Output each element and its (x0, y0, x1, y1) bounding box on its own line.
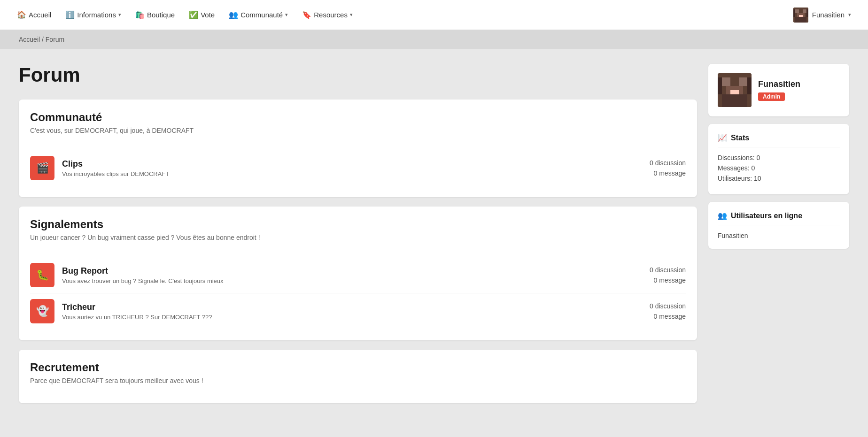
bug-info: Bug Report Vous avez trouver un bug ? Si… (62, 266, 642, 284)
svg-rect-10 (739, 77, 747, 86)
clips-name: Clips (62, 159, 642, 169)
clips-info: Clips Vos incroyables clips sur DEMOCRAF… (62, 159, 642, 177)
stats-label: Stats (731, 134, 749, 142)
stats-messages: Messages: 0 (718, 164, 840, 172)
tricheur-stats: 0 discussion 0 message (650, 301, 686, 322)
profile-name: Funasitien (758, 79, 800, 89)
resources-icon: 🔖 (302, 10, 311, 19)
stats-utilisateurs-value: 10 (754, 175, 761, 182)
info-icon: ℹ️ (65, 10, 75, 19)
nav-resources[interactable]: 🔖 Resources ▾ (296, 7, 358, 23)
admin-badge: Admin (758, 92, 785, 101)
sidebar-stats-card: 📈 Stats Discussions: 0 Messages: 0 Utili… (708, 124, 849, 194)
section-signalements-title: Signalements (30, 218, 686, 231)
stats-utilisateurs-label: Utilisateurs: (718, 175, 752, 182)
chevron-down-icon-3: ▾ (350, 12, 353, 18)
main-layout: Forum Communauté C'est vous, sur DEMOCRA… (0, 49, 868, 428)
svg-rect-15 (747, 77, 752, 94)
svg-rect-4 (795, 17, 806, 23)
sidebar-online-card: 👥 Utilisateurs en ligne Funasitien (708, 202, 849, 249)
svg-rect-5 (799, 15, 803, 17)
svg-rect-14 (718, 77, 722, 94)
nav-informations-label: Informations (77, 11, 116, 19)
clips-desc: Vos incroyables clips sur DEMOCRAFT (62, 170, 642, 177)
shop-icon: 🛍️ (135, 10, 145, 19)
tricheur-messages: 0 message (650, 311, 686, 322)
svg-rect-13 (730, 90, 739, 94)
bug-stats: 0 discussion 0 message (650, 265, 686, 286)
breadcrumb: Accueil / Forum (19, 36, 849, 43)
nav-items: 🏠 Accueil ℹ️ Informations ▾ 🛍️ Boutique … (11, 7, 788, 23)
bug-name: Bug Report (62, 266, 642, 276)
bug-discussions: 0 discussion (650, 265, 686, 275)
nav-vote[interactable]: ✅ Vote (183, 7, 220, 23)
tricheur-name: Tricheur (62, 302, 642, 312)
section-communaute-desc: C'est vous, sur DEMOCRAFT, qui joue, à D… (30, 127, 686, 134)
section-communaute-title: Communauté (30, 111, 686, 124)
page-title: Forum (19, 64, 697, 86)
stats-discussions: Discussions: 0 (718, 154, 840, 161)
tricheur-icon-box: 👻 (30, 299, 54, 323)
svg-rect-9 (722, 77, 730, 86)
clips-discussions: 0 discussion (650, 158, 686, 168)
forum-item-clips[interactable]: 🎬 Clips Vos incroyables clips sur DEMOCR… (30, 150, 686, 186)
section-signalements: Signalements Un joueur cancer ? Un bug v… (19, 207, 697, 340)
nav-user-menu[interactable]: Funasitien ▾ (788, 5, 857, 25)
breadcrumb-home[interactable]: Accueil (19, 36, 40, 43)
stats-chart-icon: 📈 (718, 133, 727, 142)
breadcrumb-bar: Accueil / Forum (0, 30, 868, 49)
nav-accueil-label: Accueil (29, 11, 51, 19)
svg-rect-6 (793, 9, 795, 17)
nav-boutique[interactable]: 🛍️ Boutique (130, 7, 180, 23)
profile-info: Funasitien Admin (758, 79, 800, 101)
nav-accueil[interactable]: 🏠 Accueil (11, 7, 57, 23)
bug-icon: 🐛 (36, 269, 49, 281)
stats-header: 📈 Stats (718, 133, 840, 147)
svg-rect-1 (795, 9, 799, 13)
profile-avatar (718, 73, 752, 107)
forum-item-bug-report[interactable]: 🐛 Bug Report Vous avez trouver un bug ? … (30, 257, 686, 293)
clips-stats: 0 discussion 0 message (650, 158, 686, 179)
online-header: 👥 Utilisateurs en ligne (718, 211, 840, 225)
nav-informations[interactable]: ℹ️ Informations ▾ (60, 7, 127, 23)
section-recrutement: Recrutement Parce que DEMOCRAFT sera tou… (19, 350, 697, 403)
users-icon: 👥 (718, 211, 727, 220)
chevron-down-icon: ▾ (118, 12, 121, 18)
section-recrutement-desc: Parce que DEMOCRAFT sera toujours meille… (30, 377, 686, 384)
tricheur-info: Tricheur Vous auriez vu un TRICHEUR ? Su… (62, 302, 642, 321)
forum-item-tricheur[interactable]: 👻 Tricheur Vous auriez vu un TRICHEUR ? … (30, 293, 686, 329)
clips-messages: 0 message (650, 168, 686, 178)
clips-icon-box: 🎬 (30, 156, 54, 180)
bug-icon-box: 🐛 (30, 263, 54, 287)
tricheur-desc: Vous auriez vu un TRICHEUR ? Sur DEMOCRA… (62, 314, 642, 321)
vote-icon: ✅ (189, 10, 198, 19)
stats-discussions-value: 0 (756, 154, 760, 161)
bug-desc: Vous avez trouver un bug ? Signale le. C… (62, 277, 642, 284)
home-icon: 🏠 (17, 10, 26, 19)
nav-vote-label: Vote (201, 11, 215, 19)
ghost-icon: 👻 (36, 305, 49, 317)
nav-communaute-label: Communauté (240, 11, 283, 19)
section-recrutement-title: Recrutement (30, 361, 686, 374)
section-communaute: Communauté C'est vous, sur DEMOCRAFT, qu… (19, 100, 697, 197)
navbar: 🏠 Accueil ℹ️ Informations ▾ 🛍️ Boutique … (0, 0, 868, 30)
nav-username: Funasitien (812, 11, 845, 19)
bug-messages: 0 message (650, 275, 686, 285)
user-chevron-icon: ▾ (848, 12, 851, 18)
nav-resources-label: Resources (314, 11, 348, 19)
svg-rect-2 (803, 9, 806, 13)
stats-messages-value: 0 (752, 164, 755, 172)
clips-icon: 🎬 (36, 162, 49, 174)
nav-avatar (793, 8, 808, 23)
stats-messages-label: Messages: (718, 164, 750, 172)
section-signalements-desc: Un joueur cancer ? Un bug vraiment casse… (30, 234, 686, 241)
tricheur-discussions: 0 discussion (650, 301, 686, 311)
breadcrumb-current: Forum (46, 36, 64, 43)
stats-utilisateurs: Utilisateurs: 10 (718, 175, 840, 182)
chevron-down-icon-2: ▾ (285, 12, 288, 18)
nav-communaute[interactable]: 👥 Communauté ▾ (223, 7, 294, 23)
svg-rect-7 (806, 9, 808, 17)
stats-discussions-label: Discussions: (718, 154, 755, 161)
sidebar-user-card: Funasitien Admin (708, 64, 849, 116)
online-label: Utilisateurs en ligne (731, 212, 802, 220)
